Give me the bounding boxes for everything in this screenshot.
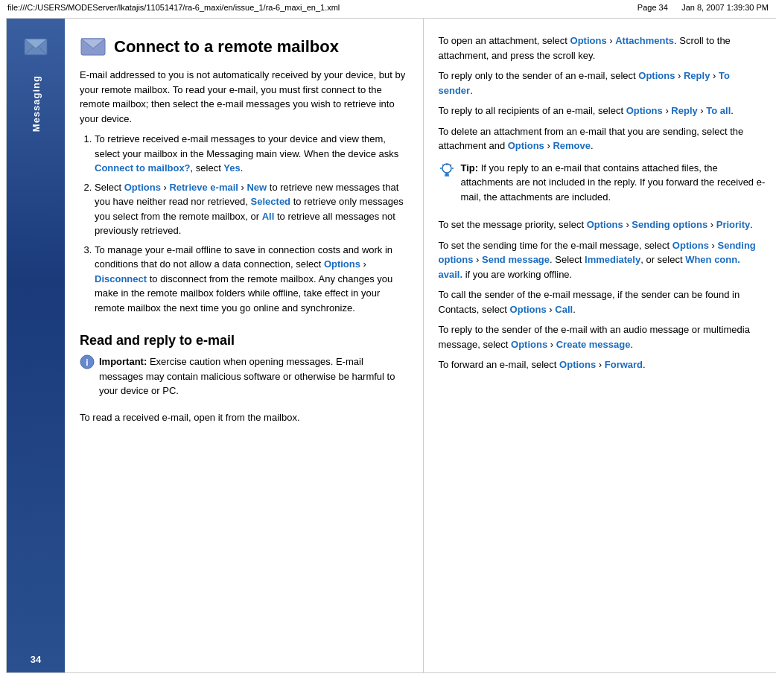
options-create-link[interactable]: Options xyxy=(511,339,547,350)
options-priority-link[interactable]: Options xyxy=(587,219,623,230)
forward-link[interactable]: Forward xyxy=(605,359,643,370)
section-heading-1: Connect to a remote mailbox xyxy=(80,34,408,60)
left-column: Connect to a remote mailbox E-mail addre… xyxy=(65,19,424,672)
call-link[interactable]: Call xyxy=(555,304,573,315)
date-label: Jan 8, 2007 1:39:30 PM xyxy=(681,3,769,12)
step-3: To manage your e-mail offline to save in… xyxy=(95,243,408,316)
title-bar: file:///C:/USERS/MODEServer/lkatajis/110… xyxy=(0,0,776,15)
para-reply-sender: To reply only to the sender of an e-mail… xyxy=(439,69,767,98)
options-send-time-link[interactable]: Options xyxy=(672,240,709,251)
section-heading-2: Read and reply to e-mail xyxy=(80,333,408,349)
svg-text:i: i xyxy=(86,357,88,368)
options-reply-sender-link[interactable]: Options xyxy=(638,70,675,81)
to-all-link[interactable]: To all xyxy=(706,105,731,116)
options-link-2[interactable]: Options xyxy=(324,258,360,270)
filepath: file:///C:/USERS/MODEServer/lkatajis/110… xyxy=(7,3,340,12)
svg-line-16 xyxy=(451,165,451,165)
content-area: Connect to a remote mailbox E-mail addre… xyxy=(65,19,776,672)
options-remove-link[interactable]: Options xyxy=(508,140,544,151)
para-create-message: To reply to the sender of the e-mail wit… xyxy=(439,322,767,351)
heading-text: Connect to a remote mailbox xyxy=(114,37,339,57)
para-reply-all: To reply to all recipients of an e-mail,… xyxy=(439,104,767,118)
intro-para: E-mail addressed to you is not automatic… xyxy=(80,68,408,126)
step-2: Select Options › Retrieve e-mail › New t… xyxy=(95,180,408,238)
options-forward-link[interactable]: Options xyxy=(559,359,596,370)
attachments-link[interactable]: Attachments xyxy=(615,35,674,46)
sending-options-link-1[interactable]: Sending options xyxy=(632,219,707,230)
para-delete-attach: To delete an attachment from an e-mail t… xyxy=(439,124,767,153)
important-icon: i xyxy=(80,354,95,369)
tip-box: Tip: If you reply to an e-mail that cont… xyxy=(439,161,767,211)
right-column: To open an attachment, select Options › … xyxy=(424,19,777,672)
send-message-link[interactable]: Send message xyxy=(482,254,550,265)
options-attach-link[interactable]: Options xyxy=(570,35,607,46)
options-call-link[interactable]: Options xyxy=(510,304,547,315)
important-text: Important: Exercise caution when opening… xyxy=(99,354,408,398)
disconnect-link[interactable]: Disconnect xyxy=(95,273,147,284)
options-link-1[interactable]: Options xyxy=(124,182,161,193)
sidebar: Messaging 34 xyxy=(7,19,65,672)
last-para-left: To read a received e-mail, open it from … xyxy=(80,410,408,425)
para-call: To call the sender of the e-mail message… xyxy=(439,287,767,316)
para-priority: To set the message priority, select Opti… xyxy=(439,217,767,232)
retrieve-email-link[interactable]: Retrieve e-mail xyxy=(169,182,238,193)
important-box: i Important: Exercise caution when openi… xyxy=(80,354,408,404)
reply-link-2[interactable]: Reply xyxy=(671,105,697,116)
para-attachment: To open an attachment, select Options › … xyxy=(439,34,767,63)
remove-link[interactable]: Remove xyxy=(553,140,591,151)
create-message-link[interactable]: Create message xyxy=(556,339,631,350)
tip-bulb-icon xyxy=(439,162,455,179)
selected-link[interactable]: Selected xyxy=(251,196,290,207)
all-link[interactable]: All xyxy=(262,211,275,222)
page-number: 34 xyxy=(7,654,65,665)
priority-link[interactable]: Priority xyxy=(716,219,751,230)
sidebar-label: Messaging xyxy=(31,75,42,132)
immediately-link[interactable]: Immediately xyxy=(585,254,640,265)
options-reply-all-link[interactable]: Options xyxy=(626,105,663,116)
para-forward: To forward an e-mail, select Options › F… xyxy=(439,357,767,372)
tip-icon xyxy=(439,162,455,211)
yes-link[interactable]: Yes xyxy=(223,162,240,174)
page-info: Page 34 Jan 8, 2007 1:39:30 PM xyxy=(637,3,769,12)
page-label: Page 34 xyxy=(637,3,668,12)
tip-text: Tip: If you reply to an e-mail that cont… xyxy=(461,161,767,205)
new-link[interactable]: New xyxy=(247,182,267,193)
svg-line-15 xyxy=(442,165,443,165)
para-send-time: To set the sending time for the e-mail m… xyxy=(439,238,767,282)
section-icon xyxy=(80,34,106,60)
connect-mailbox-link[interactable]: Connect to mailbox? xyxy=(95,162,191,174)
messaging-icon xyxy=(22,34,49,60)
steps-list: To retrieve received e-mail messages to … xyxy=(95,132,408,315)
reply-link-1[interactable]: Reply xyxy=(684,70,710,81)
page-container: Messaging 34 Connect to a remote mailbox… xyxy=(6,18,776,673)
step-1: To retrieve received e-mail messages to … xyxy=(95,132,408,176)
